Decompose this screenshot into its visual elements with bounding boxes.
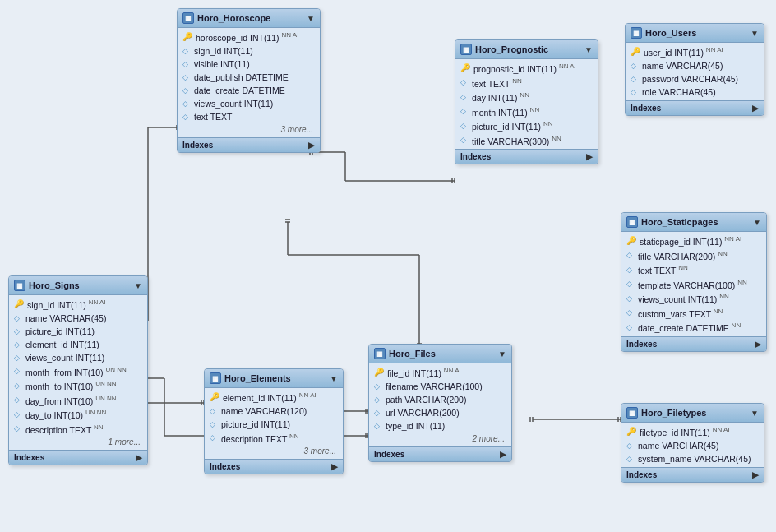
table-filetypes-footer[interactable]: Indexes ▶	[621, 467, 764, 482]
dropdown-arrow[interactable]: ▼	[751, 409, 759, 418]
table-elements-body: 🔑 element_id INT(11) NN AI ◇ name VARCHA…	[205, 388, 343, 459]
table-users-footer[interactable]: Indexes ▶	[626, 100, 764, 115]
table-staticpages-header[interactable]: ▦ Horo_Staticpages ▼	[621, 213, 766, 232]
table-signs-body: 🔑 sign_id INT(11) NN AI ◇ name VARCHAR(4…	[9, 295, 147, 450]
table-users[interactable]: ▦ Horo_Users ▼ 🔑 user_id INT(11) NN AI ◇…	[625, 23, 764, 116]
diamond-icon: ◇	[626, 280, 635, 288]
diamond-icon: ◇	[460, 93, 469, 101]
diamond-icon: ◇	[374, 396, 382, 404]
footer-arrow-icon: ▶	[136, 453, 142, 462]
more-text: 1 more...	[9, 436, 147, 448]
indexes-label: Indexes	[460, 152, 491, 161]
table-row: 🔑 prognostic_id INT(11) NN AI	[455, 61, 598, 76]
table-files[interactable]: ▦ Horo_Files ▼ 🔑 file_id INT(11) NN AI ◇…	[368, 344, 512, 462]
dropdown-arrow[interactable]: ▼	[751, 29, 759, 38]
table-row: 🔑 element_id INT(11) NN AI	[205, 390, 343, 405]
table-row: 🔑 sign_id INT(11) NN AI	[9, 297, 147, 312]
table-horoscope-footer[interactable]: Indexes ▶	[178, 137, 320, 152]
diamond-icon: ◇	[626, 455, 635, 463]
table-files-footer[interactable]: Indexes ▶	[369, 446, 511, 461]
footer-arrow-icon: ▶	[500, 450, 506, 459]
table-files-header[interactable]: ▦ Horo_Files ▼	[369, 345, 511, 363]
diamond-icon: ◇	[626, 442, 635, 450]
dropdown-arrow[interactable]: ▼	[330, 374, 338, 383]
table-icon: ▦	[626, 407, 638, 419]
table-prognostic-footer[interactable]: Indexes ▶	[455, 149, 598, 164]
key-icon: 🔑	[210, 392, 219, 401]
table-row: ◇ element_id INT(11)	[9, 338, 147, 351]
diamond-icon: ◇	[626, 266, 635, 274]
diamond-icon: ◇	[374, 382, 382, 391]
table-row: ◇ month_to INT(10) UN NN	[9, 378, 147, 393]
table-prognostic[interactable]: ▦ Horo_Prognostic ▼ 🔑 prognostic_id INT(…	[455, 39, 598, 164]
diagram-canvas: ▦ Horo_Horoscope ▼ 🔑 horoscope_id INT(11…	[0, 0, 776, 532]
table-row: ◇ name VARCHAR(45)	[621, 439, 764, 452]
table-horoscope-body: 🔑 horoscope_id INT(11) NN AI ◇ sign_id I…	[178, 28, 320, 137]
table-files-name: Horo_Files	[389, 349, 436, 359]
diamond-icon: ◇	[14, 314, 22, 322]
indexes-label: Indexes	[626, 470, 657, 479]
table-row: ◇ picture_id INT(11)	[9, 325, 147, 338]
table-row: ◇ title VARCHAR(200) NN	[621, 248, 766, 263]
table-staticpages-name: Horo_Staticpages	[641, 217, 718, 227]
table-horoscope[interactable]: ▦ Horo_Horoscope ▼ 🔑 horoscope_id INT(11…	[177, 8, 321, 153]
footer-arrow-icon: ▶	[752, 104, 759, 113]
dropdown-arrow[interactable]: ▼	[134, 281, 142, 290]
table-elements-footer[interactable]: Indexes ▶	[205, 459, 343, 474]
diamond-icon: ◇	[14, 396, 22, 404]
table-signs[interactable]: ▦ Horo_Signs ▼ 🔑 sign_id INT(11) NN AI ◇…	[8, 275, 148, 465]
footer-arrow-icon: ▶	[752, 470, 759, 479]
table-row: ◇ month INT(11) NN	[455, 104, 598, 119]
indexes-label: Indexes	[630, 104, 661, 113]
dropdown-arrow[interactable]: ▼	[584, 45, 593, 54]
table-elements-header[interactable]: ▦ Horo_Elements ▼	[205, 369, 343, 388]
diamond-icon: ◇	[14, 354, 22, 362]
diamond-icon: ◇	[182, 47, 191, 55]
table-row: ◇ views_count INT(11)	[9, 351, 147, 364]
table-filetypes-name: Horo_Filetypes	[641, 408, 706, 418]
diamond-icon: ◇	[374, 409, 382, 417]
table-row: ◇ description TEXT NN	[205, 431, 343, 446]
table-row: ◇ role VARCHAR(45)	[626, 86, 764, 99]
table-row: ◇ path VARCHAR(200)	[369, 393, 511, 406]
table-users-header[interactable]: ▦ Horo_Users ▼	[626, 24, 764, 43]
table-filetypes[interactable]: ▦ Horo_Filetypes ▼ 🔑 filetype_id INT(11)…	[621, 403, 764, 483]
footer-arrow-icon: ▶	[586, 152, 593, 161]
diamond-icon: ◇	[374, 422, 382, 430]
diamond-icon: ◇	[182, 60, 191, 68]
table-staticpages-footer[interactable]: Indexes ▶	[621, 336, 766, 351]
table-icon: ▦	[182, 12, 194, 24]
table-signs-name: Horo_Signs	[29, 280, 80, 290]
table-row: ◇ template VARCHAR(100) NN	[621, 277, 766, 292]
diamond-icon: ◇	[14, 424, 22, 433]
indexes-label: Indexes	[14, 453, 44, 462]
table-staticpages[interactable]: ▦ Horo_Staticpages ▼ 🔑 staticpage_id INT…	[621, 212, 767, 352]
table-row: ◇ password VARCHAR(45)	[626, 72, 764, 86]
table-row: ◇ name VARCHAR(45)	[626, 59, 764, 72]
diamond-icon: ◇	[182, 86, 191, 95]
table-horoscope-name: Horo_Horoscope	[197, 13, 270, 23]
dropdown-arrow[interactable]: ▼	[307, 14, 315, 23]
dropdown-arrow[interactable]: ▼	[753, 218, 761, 227]
diamond-icon: ◇	[14, 382, 22, 390]
diamond-icon: ◇	[630, 75, 639, 83]
table-prognostic-header[interactable]: ▦ Horo_Prognostic ▼	[455, 40, 598, 59]
table-row: ◇ picture_id INT(11) NN	[455, 118, 598, 133]
table-row: ◇ sign_id INT(11)	[178, 44, 320, 58]
table-signs-header[interactable]: ▦ Horo_Signs ▼	[9, 276, 147, 295]
diamond-icon: ◇	[210, 433, 218, 442]
dropdown-arrow[interactable]: ▼	[498, 349, 506, 359]
key-icon: 🔑	[460, 63, 470, 72]
table-filetypes-header[interactable]: ▦ Horo_Filetypes ▼	[621, 404, 764, 423]
table-signs-footer[interactable]: Indexes ▶	[9, 450, 147, 465]
table-row: 🔑 filetype_id INT(11) NN AI	[621, 424, 764, 439]
indexes-label: Indexes	[374, 450, 404, 459]
diamond-icon: ◇	[14, 410, 22, 419]
table-icon: ▦	[630, 27, 642, 39]
table-icon: ▦	[374, 348, 386, 359]
table-horoscope-header[interactable]: ▦ Horo_Horoscope ▼	[178, 9, 320, 28]
table-row: ◇ description TEXT NN	[9, 422, 147, 437]
table-row: ◇ custom_vars TEXT NN	[621, 306, 766, 321]
table-elements[interactable]: ▦ Horo_Elements ▼ 🔑 element_id INT(11) N…	[204, 368, 344, 474]
footer-arrow-icon: ▶	[331, 462, 338, 471]
